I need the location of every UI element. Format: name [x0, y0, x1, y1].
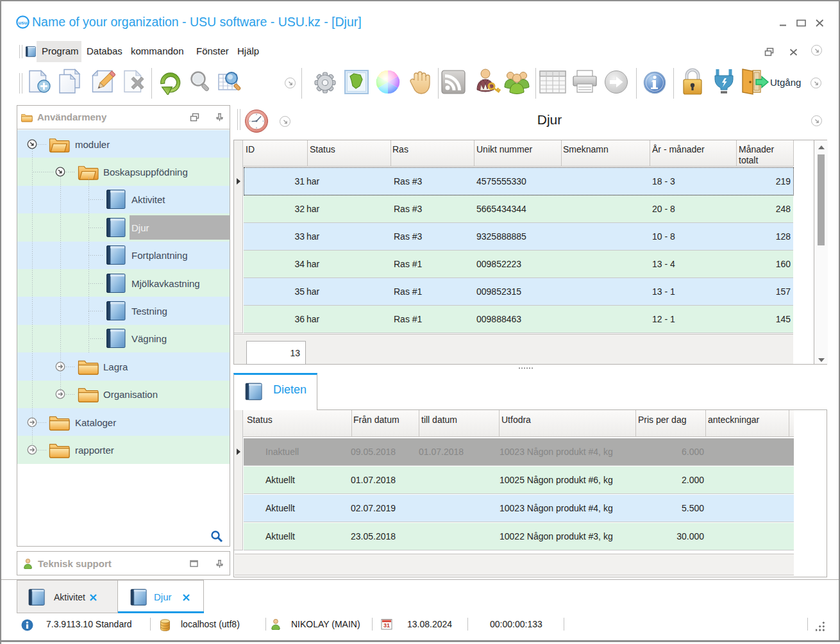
svg-text:usu: usu	[18, 20, 27, 26]
svg-text:31: 31	[383, 622, 390, 629]
